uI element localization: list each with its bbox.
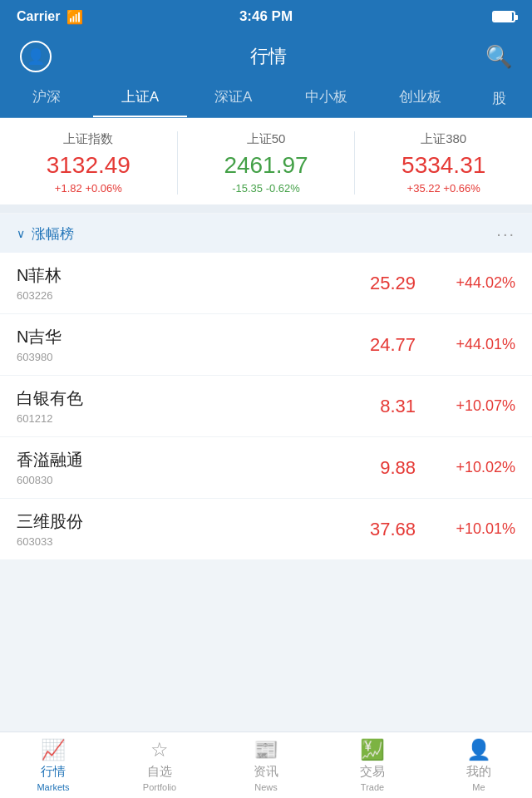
header: 👤 行情 🔍 (0, 33, 532, 80)
trade-icon: 💹 (360, 738, 385, 761)
section-header-gainers: ∨ 涨幅榜 ··· (0, 214, 532, 253)
markets-label-cn: 行情 (41, 764, 66, 780)
stock-price-2: 8.31 (341, 396, 416, 417)
stock-code-2: 601212 (17, 412, 341, 425)
divider-1 (0, 204, 532, 213)
search-icon[interactable]: 🔍 (485, 44, 512, 70)
stock-code-0: 603226 (17, 289, 341, 302)
stock-price-1: 24.77 (341, 334, 416, 356)
portfolio-label-en: Portfolio (143, 782, 176, 792)
stock-item-3[interactable]: 香溢融通 600830 9.88 +10.02% (0, 437, 532, 499)
stock-item-4[interactable]: 三维股份 603033 37.68 +10.01% (0, 499, 532, 559)
stock-change-4: +10.01% (432, 520, 515, 538)
markets-label-en: Markets (37, 782, 69, 792)
tab-shangzheng-a[interactable]: 上证A (93, 80, 186, 117)
trade-label-cn: 交易 (360, 764, 385, 780)
bottom-tab-news[interactable]: 📰 资讯 News (213, 732, 319, 798)
header-title: 行情 (250, 44, 287, 69)
status-bar: Carrier 📶 3:46 PM (0, 0, 532, 33)
news-label-cn: 资讯 (254, 764, 278, 780)
me-label-cn: 我的 (466, 764, 491, 780)
stock-price-0: 25.29 (341, 273, 416, 294)
market-item-shangzheng380[interactable]: 上证380 5334.31 +35.22 +0.66% (355, 131, 532, 195)
stock-item-0[interactable]: N菲林 603226 25.29 +44.02% (0, 253, 532, 314)
stock-price-3: 9.88 (341, 457, 416, 479)
stock-list: N菲林 603226 25.29 +44.02% N吉华 603980 24.7… (0, 253, 532, 559)
section-more-button[interactable]: ··· (496, 224, 515, 244)
news-label-en: News (254, 782, 278, 792)
market-change-2: +35.22 +0.66% (355, 182, 532, 195)
market-item-shangzheng[interactable]: 上证指数 3132.49 +1.82 +0.06% (0, 131, 178, 195)
stock-change-3: +10.02% (432, 459, 515, 476)
me-icon: 👤 (466, 738, 491, 761)
bottom-tab-markets[interactable]: 📈 行情 Markets (0, 732, 106, 798)
market-name-1: 上证50 (178, 131, 355, 147)
stock-name-2: 白银有色 (17, 387, 341, 410)
market-summary: 上证指数 3132.49 +1.82 +0.06% 上证50 2461.97 -… (0, 118, 532, 204)
bottom-tab-trade[interactable]: 💹 交易 Trade (319, 732, 426, 798)
me-label-en: Me (472, 782, 485, 792)
stock-code-1: 603980 (17, 351, 341, 363)
stock-code-3: 600830 (17, 474, 341, 486)
stock-name-4: 三维股份 (17, 510, 341, 533)
tab-shenzhen-a[interactable]: 深证A (187, 80, 280, 117)
section-title[interactable]: ∨ 涨幅榜 (17, 224, 74, 244)
stock-name-0: N菲林 (17, 264, 341, 287)
battery-icon (492, 11, 515, 22)
news-icon: 📰 (254, 738, 278, 761)
market-item-shangzheng50[interactable]: 上证50 2461.97 -15.35 -0.62% (178, 131, 356, 195)
market-name-0: 上证指数 (0, 131, 177, 147)
stock-name-3: 香溢融通 (17, 449, 341, 471)
portfolio-icon: ☆ (150, 738, 169, 761)
tab-chuangyeban[interactable]: 创业板 (373, 80, 466, 117)
section-title-label: 涨幅榜 (32, 224, 74, 244)
stock-code-4: 603033 (17, 535, 341, 548)
market-value-1: 2461.97 (178, 152, 355, 179)
tab-husheng[interactable]: 沪深 (0, 80, 93, 117)
bottom-tabbar: 📈 行情 Markets ☆ 自选 Portfolio 📰 资讯 News 💹 … (0, 732, 532, 798)
market-value-0: 3132.49 (0, 152, 177, 179)
tab-more[interactable]: 股 (466, 80, 532, 117)
trade-label-en: Trade (361, 782, 384, 792)
time-label: 3:46 PM (239, 8, 293, 25)
nav-tabs: 沪深 上证A 深证A 中小板 创业板 股 (0, 80, 532, 118)
carrier-label: Carrier (17, 9, 60, 24)
stock-item-2[interactable]: 白银有色 601212 8.31 +10.07% (0, 376, 532, 437)
market-change-0: +1.82 +0.06% (0, 182, 177, 195)
chevron-icon: ∨ (17, 227, 25, 240)
stock-item-1[interactable]: N吉华 603980 24.77 +44.01% (0, 314, 532, 376)
bottom-tab-portfolio[interactable]: ☆ 自选 Portfolio (106, 732, 213, 798)
stock-price-4: 37.68 (341, 519, 416, 540)
market-name-2: 上证380 (355, 131, 532, 147)
stock-name-1: N吉华 (17, 326, 341, 348)
stock-change-1: +44.01% (432, 336, 515, 353)
markets-icon: 📈 (41, 738, 66, 761)
stock-change-2: +10.07% (432, 397, 515, 415)
tab-zhongxiaoban[interactable]: 中小板 (280, 80, 373, 117)
portfolio-label-cn: 自选 (147, 764, 172, 780)
market-value-2: 5334.31 (355, 152, 532, 179)
wifi-icon: 📶 (66, 9, 83, 25)
stock-change-0: +44.02% (432, 274, 515, 292)
profile-icon[interactable]: 👤 (20, 41, 52, 72)
bottom-tab-me[interactable]: 👤 我的 Me (426, 732, 532, 798)
market-change-1: -15.35 -0.62% (178, 182, 355, 195)
